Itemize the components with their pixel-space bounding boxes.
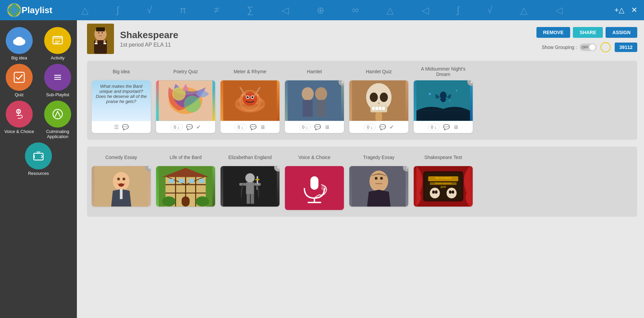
- svg-point-124: [375, 177, 378, 180]
- bard-house-svg: [159, 166, 212, 207]
- svg-point-104: [162, 196, 176, 207]
- header-title: Playlist: [22, 5, 52, 16]
- midsummer-image: [414, 80, 473, 121]
- svg-point-125: [380, 177, 383, 180]
- elizabethan-svg: [223, 166, 277, 207]
- playlist-title: Shakespeare: [120, 30, 178, 41]
- comedy-svg: [94, 166, 148, 207]
- card-meter-rhyme[interactable]: 0 ↓ 💬 🖥: [221, 80, 280, 133]
- svg-rect-36: [104, 43, 106, 44]
- meter-rhyme-footer: 0 ↓ 💬 🖥: [221, 121, 280, 133]
- card-col-life-bard: Life of the Bard: [156, 151, 215, 207]
- sidebar-item-culminating[interactable]: Culminating Application: [42, 101, 74, 139]
- card-poetry-quiz[interactable]: 0 ↓ 💬 ✔: [156, 80, 215, 133]
- sidebar-item-voice-choice[interactable]: Voice & Choice: [3, 101, 35, 134]
- card-tragedy-essay[interactable]: 7: [349, 166, 408, 207]
- drums-svg: [223, 80, 277, 121]
- svg-point-31: [101, 32, 103, 33]
- svg-point-136: [449, 190, 451, 194]
- resources-icon: [25, 142, 52, 169]
- svg-point-134: [432, 190, 435, 194]
- arrow-icon-3: ↓: [306, 125, 308, 130]
- sidebar: Big idea Activity Quiz: [0, 20, 77, 318]
- mic-hand-svg: [13, 108, 25, 120]
- sidebar-item-quiz[interactable]: Quiz: [3, 64, 35, 97]
- svg-point-107: [245, 173, 255, 183]
- card-life-bard[interactable]: [156, 166, 215, 207]
- card-hamlet-quiz[interactable]: 0 ↓ 💬 ✔: [349, 80, 408, 133]
- hamlet-quiz-count: 0 ↓: [364, 124, 376, 130]
- card-midsummer[interactable]: 3: [414, 80, 473, 133]
- cursor-indicator: [601, 42, 611, 52]
- svg-point-61: [317, 88, 325, 98]
- big-idea-text: What makes the Bard unique and important…: [92, 80, 151, 121]
- svg-rect-114: [251, 194, 254, 204]
- meter-rhyme-label: Meter & Rhyme: [234, 65, 266, 78]
- svg-text:THE ULTIMATE: THE ULTIMATE: [435, 177, 452, 179]
- toolbar: REMOVE SHARE ASSIGN: [536, 27, 637, 38]
- svg-point-132: [430, 188, 440, 198]
- playlist-subtitle: 1st period AP ELA 11: [120, 42, 178, 48]
- assign-button[interactable]: ASSIGN: [606, 27, 637, 38]
- svg-point-0: [7, 3, 22, 18]
- card-col-hamlet: Hamlet 2: [285, 65, 344, 133]
- hamlet-image: [285, 80, 344, 121]
- card-col-midsummer: A Midsummer Night's Dream 3: [414, 65, 473, 133]
- card-hamlet[interactable]: 2: [285, 80, 344, 133]
- svg-rect-72: [376, 112, 382, 121]
- show-grouping-label: Show Grouping :: [542, 45, 577, 50]
- chat-icon: 💬: [122, 124, 129, 130]
- svg-line-23: [41, 155, 42, 157]
- culminating-icon: [44, 101, 71, 128]
- check-icon-2: ✔: [389, 124, 394, 130]
- header-bg: △∫√π≠∑◁⊕∞△◁∫√△◁: [67, 0, 577, 20]
- card-big-idea[interactable]: What makes the Bard unique and important…: [92, 80, 151, 133]
- sidebar-item-sub-playlist[interactable]: Sub-Playlist: [42, 64, 74, 97]
- elizabethan-image: [221, 166, 280, 207]
- class-code-button[interactable]: 39112: [615, 43, 637, 52]
- svg-point-30: [98, 32, 99, 33]
- colorful-art-svg: [159, 80, 212, 121]
- remove-button[interactable]: REMOVE: [536, 27, 570, 38]
- svg-rect-108: [246, 182, 254, 194]
- shakespeare-test-label: Shakespeare Test: [425, 151, 462, 163]
- sidebar-item-resources[interactable]: Resources: [22, 142, 55, 176]
- svg-rect-86: [120, 189, 123, 199]
- card-comedy-essay[interactable]: 4: [92, 166, 151, 207]
- card-elizabethan[interactable]: 4: [221, 166, 280, 207]
- quiz-icon: [6, 64, 33, 91]
- sidebar-label-sub-playlist: Sub-Playlist: [46, 92, 69, 97]
- chat-icon-4: 💬: [314, 124, 321, 130]
- close-button[interactable]: ✕: [631, 6, 637, 15]
- header: Playlist △∫√π≠∑◁⊕∞△◁∫√△◁ +△ ✕: [0, 0, 644, 20]
- svg-point-123: [372, 172, 386, 189]
- svg-point-78: [456, 90, 457, 91]
- card-col-voice-choice: Voice & Choice: [285, 151, 344, 210]
- svg-point-133: [446, 188, 457, 198]
- sidebar-item-big-idea[interactable]: Big idea: [3, 27, 35, 60]
- share-button[interactable]: SHARE: [573, 27, 603, 38]
- svg-rect-55: [288, 80, 341, 121]
- grouping-toggle[interactable]: OFF: [580, 44, 596, 51]
- hamlet-svg: [288, 80, 341, 121]
- count-value-2: 0: [238, 125, 240, 130]
- card-voice-choice[interactable]: [285, 166, 344, 210]
- life-bard-label: Life of the Bard: [170, 151, 202, 163]
- group-1-cards-row: Big idea What makes the Bard unique and …: [92, 65, 633, 133]
- svg-point-135: [435, 190, 438, 194]
- svg-rect-17: [18, 109, 20, 113]
- svg-rect-113: [247, 194, 250, 204]
- card-shakespeare-test[interactable]: THE ULTIMATE Shakespeare QUIZ: [414, 166, 473, 207]
- playlist-info: Shakespeare 1st period AP ELA 11: [120, 30, 178, 48]
- count-value-3: 0: [302, 125, 304, 130]
- sidebar-row-1: Big idea Activity: [3, 27, 74, 60]
- svg-point-119: [321, 185, 326, 191]
- check-icon: ✔: [196, 124, 201, 130]
- add-button[interactable]: +△: [614, 6, 624, 15]
- svg-rect-69: [376, 107, 378, 110]
- svg-rect-76: [416, 111, 470, 121]
- camera-svg: [32, 150, 45, 162]
- sidebar-item-activity[interactable]: Activity: [42, 27, 74, 60]
- list-icon: ☰: [114, 124, 119, 130]
- voice-svg: [288, 166, 341, 210]
